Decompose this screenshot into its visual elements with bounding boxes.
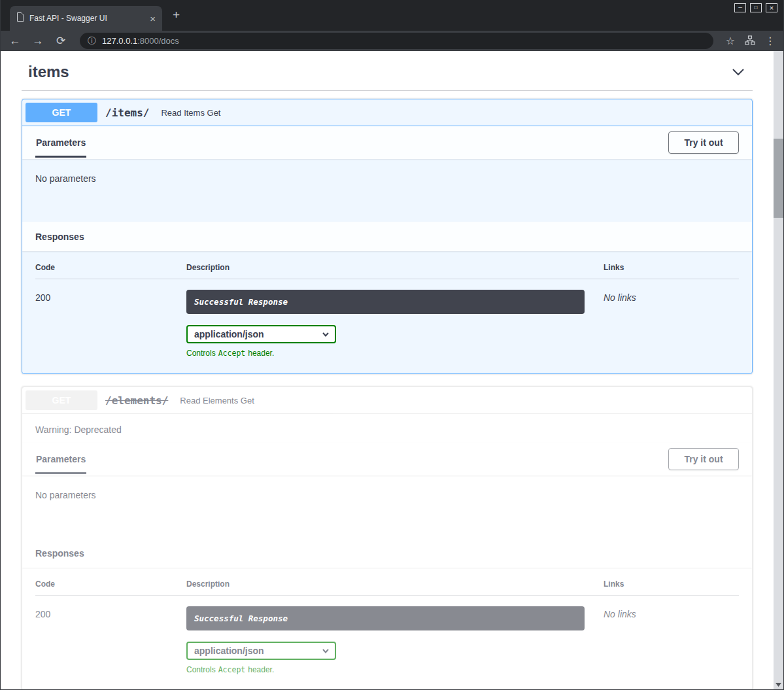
back-icon[interactable]: ← [9,35,22,46]
response-code: 200 [35,606,186,674]
method-badge: GET [26,103,97,122]
browser-tab[interactable]: Fast API - Swagger UI × [10,6,162,31]
accept-header-note: ControlsAcceptheader. [186,665,604,674]
scrollbar-thumb[interactable] [774,139,783,218]
responses-header: Responses [22,222,752,251]
url-text: 127.0.0.1:8000/docs [102,36,179,46]
parameters-tab[interactable]: Parameters [35,128,86,158]
responses-header: Responses [22,538,752,568]
response-links: No links [604,290,739,358]
media-type-select[interactable]: application/json [186,325,336,343]
scrollbar-down-arrow[interactable] [774,680,783,689]
window-controls: ─ □ × [734,3,777,12]
browser-toolbar: ← → ⟳ ⓘ 127.0.0.1:8000/docs ☆ ⋮ [1,31,783,51]
try-it-out-button[interactable]: Try it out [668,448,739,470]
media-type-select[interactable]: application/json [186,642,336,660]
method-badge: GET [26,390,97,410]
code-column-header: Code [35,263,186,272]
operation-path: /items/ [105,107,149,119]
accept-header-note: ControlsAcceptheader. [186,349,604,358]
responses-title: Responses [35,548,84,559]
url-path: :8000/docs [137,36,179,46]
responses-table-header: Code Description Links [35,263,739,279]
description-column-header: Description [186,263,604,272]
tab-title: Fast API - Swagger UI [29,14,145,23]
opblock-summary[interactable]: GET /elements/ Read Elements Get [22,387,752,414]
code-column-header: Code [35,579,186,589]
operation-summary: Read Items Get [161,108,220,118]
response-row: 200 Successful Response application/json [35,279,739,358]
bookmark-star-icon[interactable]: ☆ [726,36,735,46]
opblock-get-items: GET /items/ Read Items Get Parameters Tr… [22,99,753,374]
collapse-chevron-icon[interactable] [730,65,746,78]
opblock-summary[interactable]: GET /items/ Read Items Get [22,99,752,126]
browser-window: Fast API - Swagger UI × + ─ □ × ← → ⟳ ⓘ … [0,0,784,690]
response-links: No links [604,606,739,674]
links-column-header: Links [604,579,739,589]
menu-dots-icon[interactable]: ⋮ [765,36,775,46]
response-description: Successful Response [186,606,585,630]
page-content: items GET /items/ Read Items Get Paramet… [1,51,774,689]
response-code: 200 [35,290,186,358]
url-bar[interactable]: ⓘ 127.0.0.1:8000/docs [80,33,713,49]
opblock-get-elements-deprecated: GET /elements/ Read Elements Get Warning… [22,387,753,689]
responses-table-header: Code Description Links [35,579,739,596]
operation-path: /elements/ [105,394,168,407]
new-tab-button[interactable]: + [173,9,180,21]
parameters-header: Parameters Try it out [22,126,752,159]
scrollbar[interactable] [774,51,783,689]
forward-icon[interactable]: → [31,35,44,46]
no-parameters-text: No parameters [22,475,752,538]
links-column-header: Links [604,263,739,272]
try-it-out-button[interactable]: Try it out [668,131,739,154]
no-parameters-text: No parameters [22,159,752,222]
site-info-icon[interactable]: ⓘ [88,37,96,45]
media-type-select-wrap: application/json [186,642,336,660]
window-maximize-button[interactable]: □ [750,3,762,12]
window-minimize-button[interactable]: ─ [734,3,746,12]
description-column-header: Description [186,579,604,589]
sitemap-icon[interactable] [745,35,755,47]
url-host: 127.0.0.1 [102,36,137,46]
response-description: Successful Response [186,290,585,314]
tag-title: items [28,63,69,81]
reload-icon[interactable]: ⟳ [54,35,67,46]
deprecated-warning: Warning: Deprecated [22,414,752,443]
titlebar: Fast API - Swagger UI × + ─ □ × [1,0,783,31]
responses-title: Responses [35,232,84,242]
parameters-header: Parameters Try it out [22,443,752,475]
media-type-select-wrap: application/json [186,325,336,343]
operation-summary: Read Elements Get [180,396,254,405]
parameters-tab[interactable]: Parameters [35,444,86,474]
tab-close-icon[interactable]: × [150,14,156,24]
page-icon [16,12,24,24]
response-row: 200 Successful Response application/json [35,596,739,674]
window-close-button[interactable]: × [766,3,777,12]
tag-section-header[interactable]: items [22,60,753,91]
